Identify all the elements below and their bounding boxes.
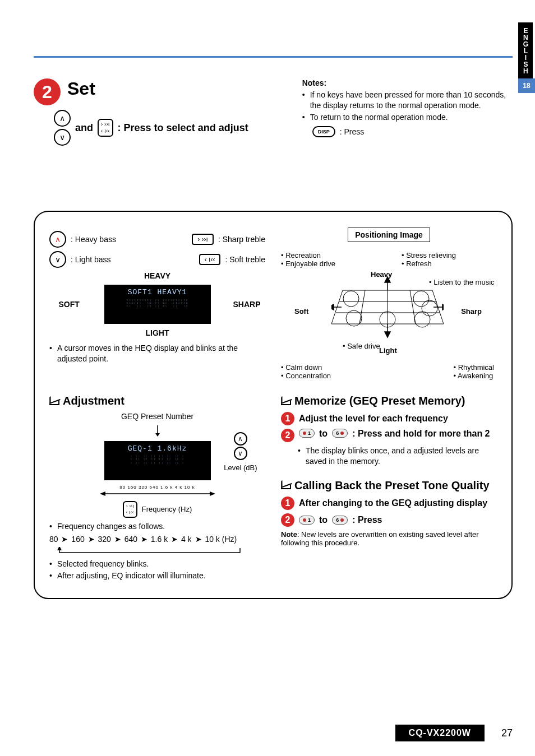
press-select-adjust-label: : Press to select and adjust <box>118 122 248 134</box>
soft-axis-label: Soft <box>294 307 308 316</box>
checkbox-icon <box>281 397 291 405</box>
seek-button-pair-icon[interactable]: › ››ı‹ ı‹‹ <box>123 501 137 518</box>
level-db-label: Level (dB) <box>224 463 257 472</box>
section-page-chip: 18 <box>518 78 535 93</box>
up-button-icon[interactable]: ∧ <box>234 432 247 446</box>
heavy-bass-label: : Heavy bass <box>71 235 116 244</box>
soft-label: SOFT <box>59 300 80 309</box>
memorize-step1: Adjust the level for each frequency <box>299 414 448 424</box>
calling-back-step1: After changing to the GEQ adjusting disp… <box>299 498 487 508</box>
frequency-hz-label: Frequency (Hz) <box>142 505 192 513</box>
adjustment-heading: Adjustment <box>63 395 124 407</box>
freq-ticks: 80 160 320 640 1.6 k 4 k 10 k <box>85 485 230 490</box>
pos-bottom-left: • Calm down • Concentration <box>281 363 331 380</box>
press-and-hold-label: : Press and hold for more than 2 <box>352 429 497 439</box>
geq-display: GEQ-1 1.6kHz : :: :: :: :: :: :: : : :: … <box>104 441 211 480</box>
disp-press-label: : Press <box>340 127 365 136</box>
step-2-title: Set <box>67 78 95 99</box>
model-badge: CQ-VX2200W <box>395 725 485 741</box>
positioning-grid-icon <box>331 273 444 341</box>
memorize-heading: Memorize (GEQ Preset Memory) <box>294 395 465 407</box>
light-bass-label: : Light bass <box>71 255 111 264</box>
svg-marker-24 <box>210 491 215 496</box>
prev-button-icon[interactable]: ‹ ı‹‹ <box>199 254 221 265</box>
down-button-icon[interactable]: ∨ <box>54 129 71 146</box>
to-label: to <box>319 429 328 439</box>
notes-heading: Notes: <box>302 78 513 87</box>
step-1-badge: 1 <box>281 412 294 425</box>
geq-display-text: GEQ-1 1.6kHz <box>108 444 207 453</box>
freq-axis-arrows-icon <box>99 490 216 498</box>
calling-back-heading: Calling Back the Preset Tone Quality <box>294 479 490 492</box>
note-item: To return to the normal operation mode. <box>302 112 513 123</box>
heq-display: SOFT1 HEAVY1 :::::::::: :: :::::::::: ::… <box>104 285 211 324</box>
heq-panel: ∧ : Heavy bass › ››ı : Sharp treble ∨ : … <box>34 211 513 599</box>
svg-marker-25 <box>57 547 62 550</box>
frequency-chain: 80 ➤ 160 ➤ 320 ➤ 640 ➤ 1.6 k ➤ 4 k ➤ 10 … <box>49 535 265 544</box>
note-body: : New levels are overwritten on existing… <box>281 530 479 547</box>
memorize-desc: The display blinks once, and a adjusted … <box>298 446 497 467</box>
checkbox-icon <box>281 481 291 489</box>
step-2-badge: 2 <box>281 429 294 442</box>
note-item: If no keys have been pressed for more th… <box>302 90 513 111</box>
up-button-icon[interactable]: ∧ <box>54 110 71 127</box>
checkbox-icon <box>49 397 59 405</box>
down-button-icon[interactable]: ∨ <box>49 251 66 268</box>
freq-changes-label: Frequency changes as follows. <box>49 521 265 532</box>
sharp-label: SHARP <box>233 300 260 309</box>
note-label: Note <box>281 530 297 539</box>
adjust-note: After adjusting, EQ indicator will illum… <box>49 571 265 581</box>
svg-marker-23 <box>100 491 105 496</box>
step-2-badge: 2 <box>34 78 61 105</box>
light-label: LIGHT <box>62 328 253 337</box>
step-2-badge: 2 <box>281 513 294 527</box>
preset-6-button-icon[interactable]: 6 <box>332 429 348 438</box>
svg-marker-19 <box>442 304 444 310</box>
seek-button-pair-icon[interactable]: › ››ı‹ ı‹‹ <box>98 119 113 137</box>
svg-marker-17 <box>331 304 334 310</box>
heq-display-text: SOFT1 HEAVY1 <box>108 288 207 296</box>
pointer-down-icon <box>99 425 216 437</box>
language-tab: ENGLISH 18 <box>518 22 535 93</box>
sharp-treble-label: : Sharp treble <box>218 235 265 244</box>
loop-arrow-icon <box>49 547 251 556</box>
pos-bottom-right: • Rhythmical • Awakening <box>454 363 494 380</box>
preset-1-button-icon[interactable]: 1 <box>299 429 315 438</box>
positioning-image-diagram: • Recreation • Enjoyable drive • Stress … <box>281 251 494 380</box>
down-button-icon[interactable]: ∨ <box>234 447 247 460</box>
preset-6-button-icon[interactable]: 6 <box>332 516 348 525</box>
pos-top-right: • Stress relieving • Refresh <box>402 251 456 268</box>
to-label: to <box>319 515 328 525</box>
positioning-image-title: Positioning Image <box>348 228 430 242</box>
svg-marker-13 <box>385 277 390 282</box>
language-label: ENGLISH <box>518 22 533 78</box>
next-button-icon[interactable]: › ››ı <box>192 234 214 245</box>
pos-top-left: • Recreation • Enjoyable drive <box>281 251 335 268</box>
cursor-note: A cursor moves in the HEQ display and bl… <box>49 343 265 364</box>
and-label: and <box>75 122 93 134</box>
heavy-label: HEAVY <box>62 271 253 280</box>
soft-treble-label: : Soft treble <box>225 255 265 264</box>
step-1-badge: 1 <box>281 497 294 510</box>
geq-preset-number-label: GEQ Preset Number <box>49 412 265 421</box>
preset-1-button-icon[interactable]: 1 <box>299 516 315 525</box>
adjust-note: Selected frequency blinks. <box>49 559 265 569</box>
sharp-axis-label: Sharp <box>461 307 482 316</box>
light-axis-label: Light <box>379 346 397 355</box>
up-button-icon[interactable]: ∧ <box>49 231 66 248</box>
press-label: : Press <box>352 515 382 525</box>
page-number: 27 <box>501 727 513 739</box>
disp-button-icon[interactable]: DISP <box>312 126 335 137</box>
pos-bottom-center: • Safe drive <box>343 342 380 350</box>
svg-marker-21 <box>155 433 160 437</box>
top-divider <box>34 56 513 58</box>
